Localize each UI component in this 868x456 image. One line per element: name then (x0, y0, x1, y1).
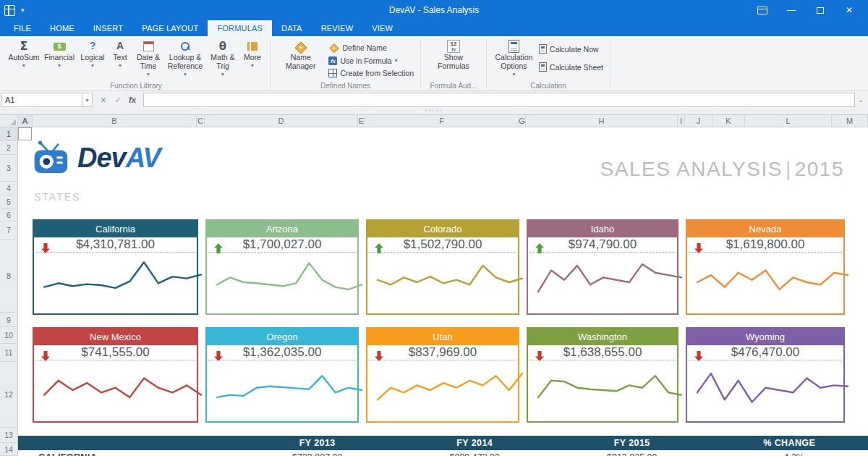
lookup-reference-button[interactable]: Lookup & Reference ▾ (164, 38, 206, 78)
group-separator (610, 39, 610, 88)
calculation-options-button[interactable]: Calculation Options ▾ (491, 38, 537, 78)
row-header-11[interactable]: 11 (0, 344, 17, 362)
show-formulas-button[interactable]: 12fx Show Formulas (425, 38, 482, 72)
define-name-button[interactable]: Define Name (326, 41, 416, 54)
date-time-button[interactable]: Date & Time ▾ (132, 38, 164, 78)
calculate-sheet-button[interactable]: Calculate Sheet (537, 62, 605, 72)
ribbon-tab-strip: FILE HOME INSERT PAGE LAYOUT FORMULAS DA… (0, 20, 868, 36)
state-sparkline (367, 253, 518, 313)
tab-formulas[interactable]: FORMULAS (208, 20, 272, 36)
trend-arrow-icon (535, 243, 544, 253)
app-icon[interactable] (4, 5, 15, 16)
column-header-i[interactable]: I (678, 115, 685, 127)
formula-bar-collapse-icon[interactable]: ⌄ (855, 93, 867, 107)
define-name-tag-icon (330, 43, 339, 52)
quick-access-caret-icon[interactable]: ▾ (21, 7, 25, 14)
column-header-h[interactable]: H (526, 115, 678, 127)
cancel-entry-icon[interactable]: ✕ (97, 93, 110, 106)
column-header-a[interactable]: A (18, 115, 33, 127)
title-bar: ▾ DevAV - Sales Analysis — ✕ (0, 0, 868, 20)
more-functions-button[interactable]: More ▾ (239, 38, 265, 69)
state-card-title: Idaho (528, 221, 677, 237)
column-header-j[interactable]: J (685, 115, 712, 127)
ribbon-display-options-button[interactable] (748, 0, 777, 20)
close-button[interactable]: ✕ (835, 0, 864, 20)
worksheet[interactable]: DevAV SALES ANALYSIS|2015 STATES Califor… (18, 127, 868, 456)
tab-insert[interactable]: INSERT (84, 20, 132, 36)
insert-function-icon[interactable]: fx (126, 93, 139, 106)
row-header-8[interactable]: 8 (0, 240, 17, 313)
state-sparkline (528, 253, 677, 313)
tab-review[interactable]: REVIEW (312, 20, 363, 36)
row-header-12[interactable]: 12 (0, 362, 17, 428)
group-defined-names: Name Manager Define Name fx Use in Formu… (271, 36, 420, 90)
name-box-caret-icon[interactable]: ▾ (82, 93, 93, 107)
row-header-3[interactable]: 3 (0, 155, 17, 182)
trend-arrow-icon (214, 243, 223, 253)
text-button[interactable]: A Text ▾ (108, 38, 132, 69)
trend-arrow-icon (694, 351, 703, 361)
column-header-f[interactable]: F (365, 115, 519, 127)
column-header-c[interactable]: C (197, 115, 205, 127)
row-header-6[interactable]: 6 (0, 209, 17, 221)
group-label-calculation: Calculation (488, 82, 609, 90)
minimize-button[interactable]: — (777, 0, 806, 20)
select-all-corner[interactable] (0, 115, 18, 127)
math-trig-icon: θ (219, 40, 226, 53)
active-cell-a1[interactable] (18, 127, 32, 140)
financial-button[interactable]: $ Financial ▾ (41, 38, 77, 69)
row-header-5[interactable]: 5 (0, 195, 17, 209)
state-card-title: Washington (528, 329, 677, 345)
logical-button[interactable]: ? Logical ▾ (77, 38, 108, 69)
state-value: $1,700,027.00 (243, 237, 322, 252)
tab-page-layout[interactable]: PAGE LAYOUT (132, 20, 208, 36)
state-sparkline (34, 253, 197, 313)
calculate-now-button[interactable]: Calculate Now (537, 43, 605, 54)
column-header-l[interactable]: L (745, 115, 832, 127)
column-header-b[interactable]: B (33, 115, 197, 127)
window-title: DevAV - Sales Analysis (0, 5, 868, 15)
group-formula-auditing: 12fx Show Formulas Formula Aud... (422, 36, 485, 90)
autosum-button[interactable]: Σ AutoSum ▾ (7, 38, 41, 69)
tab-file[interactable]: FILE (4, 20, 41, 36)
tab-data[interactable]: DATA (272, 20, 312, 36)
summary-header-fy2013: FY 2013 (239, 436, 396, 450)
row-headers: 1 2 3 4 5 6 7 8 9 10 11 12 13 14 (0, 127, 18, 456)
column-headers: A B C D E F G H I J K L M (0, 114, 868, 127)
group-label-defined-names: Defined Names (271, 82, 420, 90)
column-header-g[interactable]: G (519, 115, 526, 127)
state-card-utah: Utah $837,969.00 (366, 327, 519, 423)
state-card-idaho: Idaho $974,790.00 (527, 219, 678, 315)
summary-row-fy2015: $913,935.00 (553, 450, 711, 456)
row-header-1[interactable]: 1 (0, 127, 17, 141)
enter-entry-icon[interactable]: ✓ (111, 93, 124, 106)
trend-arrow-icon (41, 351, 50, 361)
row-header-2[interactable]: 2 (0, 141, 17, 155)
row-header-14[interactable]: 14 (0, 443, 17, 456)
state-value: $1,502,790.00 (404, 237, 482, 252)
use-in-formula-button[interactable]: fx Use in Formula ▾ (326, 56, 416, 66)
state-sparkline (34, 360, 197, 421)
create-from-selection-button[interactable]: Create from Selection (326, 68, 416, 78)
row-header-10[interactable]: 10 (0, 327, 17, 344)
maximize-button[interactable] (806, 0, 835, 20)
math-trig-button[interactable]: θ Math & Trig ▾ (206, 38, 239, 78)
column-header-m[interactable]: M (832, 115, 868, 127)
state-card-washington: Washington $1,638,655.00 (527, 327, 678, 423)
column-header-d[interactable]: D (205, 115, 358, 127)
row-header-4[interactable]: 4 (0, 182, 17, 195)
name-manager-button[interactable]: Name Manager (275, 38, 326, 72)
column-header-e[interactable]: E (358, 115, 365, 127)
name-box[interactable] (1, 93, 82, 107)
sheet-title: SALES ANALYSIS|2015 (600, 158, 844, 181)
row-header-7[interactable]: 7 (0, 221, 17, 240)
devav-logo-icon (33, 139, 73, 177)
state-sparkline (687, 360, 843, 421)
formula-input[interactable] (143, 93, 855, 107)
tab-view[interactable]: VIEW (362, 20, 402, 36)
row-header-9[interactable]: 9 (0, 313, 17, 327)
formula-bar-resize-gripper[interactable]: ····· (0, 109, 868, 114)
tab-home[interactable]: HOME (41, 20, 84, 36)
row-header-13[interactable]: 13 (0, 428, 17, 443)
column-header-k[interactable]: K (712, 115, 745, 127)
